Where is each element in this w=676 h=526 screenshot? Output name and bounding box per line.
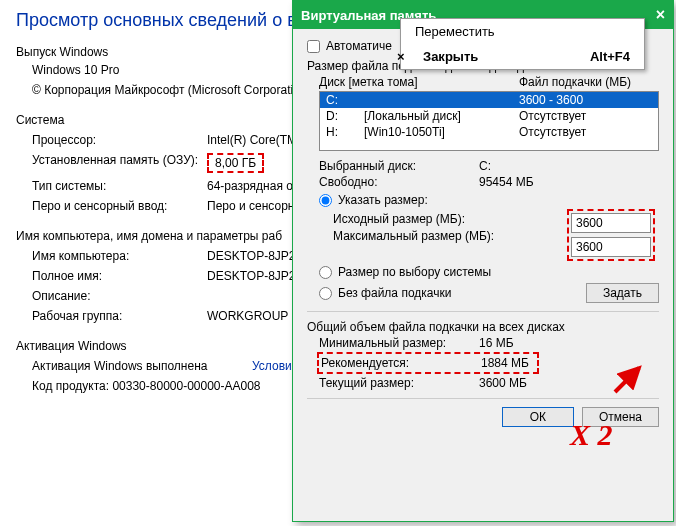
min-size-label: Минимальный размер: xyxy=(319,336,479,350)
radio-system-label: Размер по выбору системы xyxy=(338,265,491,279)
selected-drive-label: Выбранный диск: xyxy=(319,159,479,173)
max-size-label: Максимальный размер (МБ): xyxy=(333,229,513,243)
productid-label: Код продукта: xyxy=(32,379,109,393)
initial-size-label: Исходный размер (МБ): xyxy=(333,212,513,226)
ram-value-highlight: 8,00 ГБ xyxy=(207,153,264,173)
free-space-value: 95454 МБ xyxy=(479,175,659,189)
ram-value: 8,00 ГБ xyxy=(215,156,256,170)
max-size-input[interactable] xyxy=(571,237,651,257)
initial-size-input[interactable] xyxy=(571,213,651,233)
fullname-label: Полное имя: xyxy=(32,269,207,283)
annotation-x2: X 2 xyxy=(570,418,613,452)
current-size-label: Текущий размер: xyxy=(319,376,479,390)
drive-list[interactable]: C:3600 - 3600D:[Локальный диск]Отсутству… xyxy=(319,91,659,151)
system-context-menu: Переместить Закрыть Alt+F4 xyxy=(400,18,645,70)
ok-button[interactable]: ОК xyxy=(502,407,574,427)
radio-system-size[interactable] xyxy=(319,266,332,279)
menu-item-close[interactable]: Закрыть Alt+F4 xyxy=(401,44,644,69)
virtual-memory-dialog: Виртуальная память × Автоматиче Размер ф… xyxy=(292,0,674,522)
processor-label: Процессор: xyxy=(32,133,207,147)
drive-row[interactable]: H:[Win10-1050Ti]Отсутствует xyxy=(320,124,658,140)
drive-row[interactable]: C:3600 - 3600 xyxy=(320,92,658,108)
pentouch-label: Перо и сенсорный ввод: xyxy=(32,199,207,213)
drive-row[interactable]: D:[Локальный диск]Отсутствует xyxy=(320,108,658,124)
workgroup-value: WORKGROUP xyxy=(207,309,288,323)
auto-manage-checkbox[interactable] xyxy=(307,40,320,53)
recommended-highlight: Рекомендуется: 1884 МБ xyxy=(317,352,539,374)
desc-label: Описание: xyxy=(32,289,207,303)
all-drives-group-label: Общий объем файла подкачки на всех диска… xyxy=(307,320,659,334)
productid-value: 00330-80000-00000-AA008 xyxy=(112,379,260,393)
menu-item-close-shortcut: Alt+F4 xyxy=(590,49,630,64)
radio-custom-size[interactable] xyxy=(319,194,332,207)
recommended-label: Рекомендуется: xyxy=(321,356,481,370)
workgroup-label: Рабочая группа: xyxy=(32,309,207,323)
radio-no-pagefile-label: Без файла подкачки xyxy=(338,286,451,300)
auto-manage-label: Автоматиче xyxy=(326,39,392,53)
svg-line-0 xyxy=(615,368,639,392)
activation-status: Активация Windows выполнена xyxy=(32,359,252,373)
compname-label: Имя компьютера: xyxy=(32,249,207,263)
radio-no-pagefile[interactable] xyxy=(319,287,332,300)
systype-label: Тип системы: xyxy=(32,179,207,193)
close-icon[interactable]: × xyxy=(656,6,665,24)
annotation-arrow-icon xyxy=(611,362,647,396)
size-inputs-highlight xyxy=(567,209,655,261)
free-space-label: Свободно: xyxy=(319,175,479,189)
recommended-value: 1884 МБ xyxy=(481,356,535,370)
pentouch-value: Перо и сенсорны xyxy=(207,199,303,213)
ram-label: Установленная память (ОЗУ): xyxy=(32,153,207,173)
set-button[interactable]: Задать xyxy=(586,283,659,303)
menu-item-move[interactable]: Переместить xyxy=(401,19,644,44)
selected-drive-value: C: xyxy=(479,159,659,173)
min-size-value: 16 МБ xyxy=(479,336,659,350)
radio-custom-label: Указать размер: xyxy=(338,193,428,207)
col-pf-header: Файл подкачки (МБ) xyxy=(519,75,659,89)
col-disk-header: Диск [метка тома] xyxy=(319,75,519,89)
